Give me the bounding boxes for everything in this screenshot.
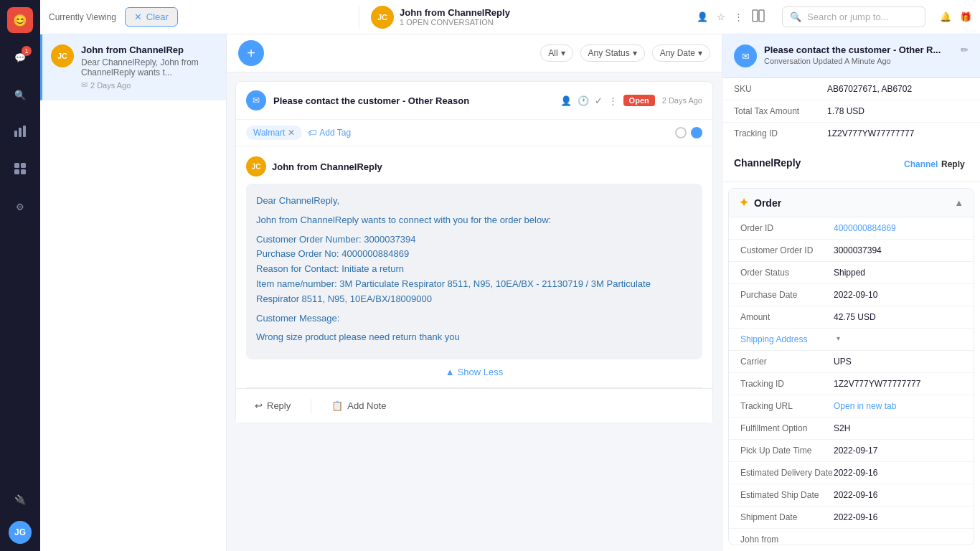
sku-label: SKU [734, 84, 827, 94]
conversation-type-icon: ✉ [734, 44, 757, 67]
channelreply-logo-svg: Channel Reply [904, 153, 969, 173]
tracking-url-value[interactable]: Open in new tab [834, 401, 962, 411]
shipment-date-row: Shipment Date 2022-09-16 [729, 507, 974, 529]
sidebar-item-search[interactable]: 🔍 [7, 82, 33, 108]
radio-option-2[interactable] [691, 127, 702, 138]
est-delivery-row: Estimated Delivery Date 2022-09-16 [729, 462, 974, 484]
svg-rect-0 [14, 131, 17, 137]
add-note-button[interactable]: 📋 Add Note [323, 396, 395, 415]
thread-tags: Walmart ✕ 🏷 Add Tag [236, 120, 712, 146]
shipment-date-label: Shipment Date [740, 512, 834, 522]
add-tag-button[interactable]: 🏷 Add Tag [308, 128, 351, 138]
open-badge: Open [623, 95, 655, 106]
inbox-badge: 1 [22, 46, 32, 56]
john-from-value [834, 534, 962, 545]
filter-all[interactable]: All ▾ [540, 44, 573, 62]
reply-icon: ↩ [255, 400, 263, 411]
conversation-item[interactable]: JC John from ChannelRep Dear ChannelRepl… [40, 34, 226, 100]
contact-open-count: 1 OPEN CONVERSATION [400, 18, 510, 27]
carrier-row: Carrier UPS [729, 351, 974, 373]
john-from-row: John from [729, 529, 974, 545]
customer-order-id-label: Customer Order ID [740, 245, 834, 255]
basic-order-info: SKU AB67027671, AB6702 Total Tax Amount … [722, 78, 980, 144]
notification-icon[interactable]: 🔔 [940, 11, 951, 22]
search-icon: 🔍 [14, 90, 26, 100]
fulfillment-label: Fulfillment Option [740, 423, 834, 433]
star-icon[interactable]: ☆ [717, 11, 725, 22]
radio-option-1[interactable] [675, 127, 687, 138]
order-header[interactable]: ✦ Order ▲ [729, 189, 974, 217]
tracking-id-row: Tracking ID 1Z2V777YW77777777 [729, 373, 974, 395]
sidebar-item-apps[interactable] [7, 156, 33, 182]
thread-card-header: ✉ Please contact the customer - Other Re… [236, 82, 712, 120]
order-id-label: Order ID [740, 223, 834, 233]
show-less-button[interactable]: ▲ Show Less [246, 367, 702, 377]
compose-button[interactable]: + [238, 40, 264, 66]
est-delivery-label: Estimated Delivery Date [740, 468, 834, 478]
sidebar: 😊 💬 1 🔍 ⚙ 🔌 [0, 0, 40, 551]
clear-button[interactable]: ✕ Clear [125, 7, 178, 27]
reply-bar: ↩ Reply 📋 Add Note [236, 388, 712, 423]
carrier-value: UPS [834, 357, 962, 367]
gift-icon[interactable]: 🎁 [960, 11, 971, 22]
more-options-icon[interactable]: ⋮ [608, 95, 618, 106]
amount-row: Amount 42.75 USD [729, 306, 974, 329]
sku-value: AB67027671, AB6702 [827, 84, 969, 94]
filter-status[interactable]: Any Status ▾ [580, 44, 645, 62]
svg-text:Channel: Channel [904, 159, 938, 169]
purchase-date-row: Purchase Date 2022-09-10 [729, 284, 974, 306]
tracking-label: Tracking ID [734, 128, 827, 138]
edit-icon[interactable]: ✏ [961, 44, 969, 55]
order-star-icon: ✦ [739, 196, 748, 209]
svg-rect-3 [14, 163, 19, 168]
user-avatar[interactable]: JG [9, 521, 32, 544]
tax-row: Total Tax Amount 1.78 USD [722, 100, 980, 123]
thread-container: ✉ Please contact the customer - Other Re… [227, 72, 722, 551]
sidebar-item-plugins[interactable]: 🔌 [7, 486, 33, 512]
message-area: JC John from ChannelReply Dear ChannelRe… [236, 146, 712, 387]
assign-user-icon[interactable]: 👤 [560, 95, 572, 106]
more-icon[interactable]: ⋮ [734, 11, 743, 22]
currently-viewing-label: Currently Viewing [49, 12, 116, 22]
reports-icon [14, 125, 27, 140]
contact-name: John from ChannelReply [400, 7, 510, 18]
tracking-url-row: Tracking URL Open in new tab [729, 395, 974, 418]
tracking-id-label: Tracking ID [740, 379, 834, 389]
est-ship-row: Estimated Ship Date 2022-09-16 [729, 484, 974, 507]
sidebar-item-inbox[interactable]: 💬 1 [7, 44, 33, 70]
svg-text:Reply: Reply [941, 159, 965, 169]
channelreply-logo: Channel Reply [904, 153, 969, 173]
reply-separator [311, 399, 311, 413]
email-icon: ✉ [81, 80, 88, 90]
sidebar-item-settings[interactable]: ⚙ [7, 194, 33, 220]
search-icon: 🔍 [790, 11, 801, 22]
tag-icon: 🏷 [308, 128, 316, 138]
topbar: Currently Viewing ✕ Clear JC John from C… [40, 0, 980, 34]
order-status-value: Shipped [834, 268, 962, 278]
right-panel-subtitle: Conversation Updated A Minute Ago [764, 57, 941, 65]
tax-value: 1.78 USD [827, 106, 969, 116]
fulfillment-value: S2H [834, 423, 962, 433]
order-status-label: Order Status [740, 268, 834, 278]
collapse-icon[interactable]: ▲ [954, 197, 963, 208]
clock-icon[interactable]: 🕐 [578, 95, 589, 106]
shipping-address-row[interactable]: Shipping Address ▾ [729, 329, 974, 351]
remove-tag-icon[interactable]: ✕ [288, 128, 295, 138]
reply-button[interactable]: ↩ Reply [246, 396, 299, 415]
sidebar-item-reports[interactable] [7, 119, 33, 145]
order-id-row: Order ID 4000000884869 [729, 217, 974, 240]
filter-date[interactable]: Any Date ▾ [652, 44, 710, 62]
contact-avatar: JC [371, 6, 394, 29]
assign-icon[interactable]: 👤 [697, 11, 708, 22]
chevron-up-icon: ▲ [446, 367, 455, 377]
note-icon: 📋 [331, 400, 343, 411]
walmart-tag[interactable]: Walmart ✕ [246, 126, 302, 140]
amount-value: 42.75 USD [834, 312, 962, 322]
chevron-down-icon: ▾ [561, 48, 565, 58]
right-panel-title: Please contact the customer - Other R... [764, 44, 941, 55]
conv-preview: Dear ChannelReply, John from ChannelRepl… [81, 57, 217, 77]
order-id-value[interactable]: 4000000884869 [834, 223, 962, 233]
tracking-value: 1Z2V777YW77777777 [827, 128, 969, 138]
layout-icon[interactable] [752, 9, 765, 24]
check-icon[interactable]: ✓ [595, 95, 603, 106]
